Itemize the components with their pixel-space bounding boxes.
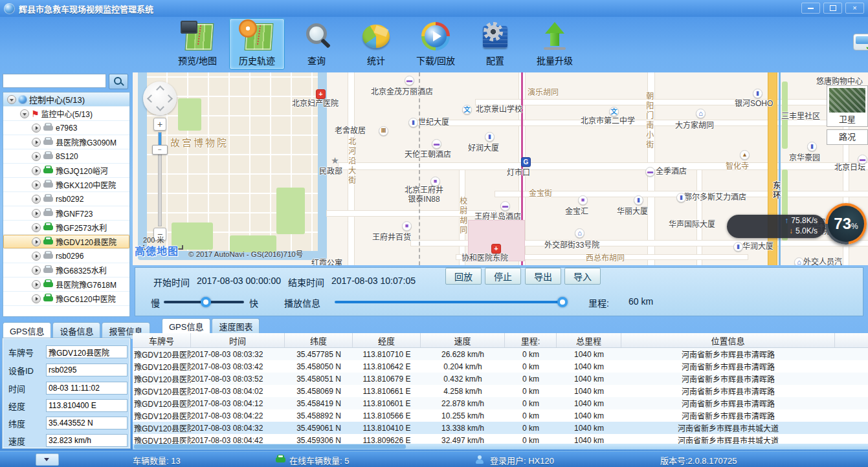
column-header[interactable]: 总里程 (557, 333, 621, 347)
export-button[interactable]: 导出 (525, 268, 561, 285)
tree-vehicle-item[interactable]: rsb0292 (3, 192, 129, 206)
expand-arrow-icon[interactable] (32, 152, 41, 161)
gps-field-label: 时间 (8, 382, 46, 395)
school-icon (609, 107, 619, 116)
stop-button[interactable]: 停止 (485, 268, 521, 285)
satellite-layer-button[interactable]: 卫星 (827, 85, 868, 127)
download-playback (420, 21, 451, 52)
zoom-slider-handle[interactable]: − (152, 145, 168, 155)
horizontal-scrollbar[interactable] (133, 444, 868, 450)
expand-arrow-icon[interactable] (32, 138, 41, 147)
minimize-button[interactable] (801, 3, 820, 14)
expand-arrow-icon[interactable] (32, 124, 41, 133)
tree-vehicle-item[interactable]: 县医院豫G3090M (3, 135, 129, 149)
tree-vehicle-item[interactable]: 豫GC6120中医院 (3, 292, 129, 306)
table-row[interactable]: 豫GDV120县医院 2017-08-03 08:04:42 35.459306… (133, 434, 868, 444)
import-button[interactable]: 导入 (564, 268, 601, 285)
maximize-button[interactable] (823, 3, 842, 14)
expand-arrow-icon[interactable] (32, 195, 41, 204)
tree-vehicle-item[interactable]: 豫GNF723 (3, 206, 129, 221)
tree-vehicle-item[interactable]: e7963 (3, 121, 129, 135)
gps-field-input[interactable] (46, 417, 128, 429)
building-icon (807, 142, 817, 151)
expand-arrow-icon[interactable] (32, 280, 41, 289)
speed-slider-handle[interactable] (201, 297, 211, 307)
table-tab[interactable]: GPS信息 (162, 318, 210, 334)
column-header[interactable]: 里程: (505, 333, 557, 347)
search-input[interactable] (3, 74, 106, 88)
online-count: 在线车辆数量: 5 (289, 454, 349, 466)
table-row[interactable]: 豫GDV120县医院 2017-08-03 08:04:32 35.459061… (133, 422, 868, 434)
table-row[interactable]: 豫GDV120县医院 2017-08-03 08:04:22 35.458892… (133, 409, 868, 422)
progress-slider-handle[interactable] (557, 297, 568, 307)
column-header[interactable]: 速度 (421, 333, 505, 347)
gps-field-input[interactable] (46, 399, 128, 412)
column-header[interactable]: 经度 (353, 333, 421, 347)
tree-node-monitor-center[interactable]: ⚑ 监控中心(5/13) (3, 107, 129, 121)
gps-field-input[interactable] (46, 364, 128, 376)
progress-slider-track[interactable] (335, 301, 564, 303)
table-row[interactable]: 豫GDV120县医院 2017-08-03 08:03:52 35.458051… (133, 373, 868, 385)
map-road (327, 211, 495, 216)
table-row[interactable]: 豫GDV120县医院 2017-08-03 08:04:02 35.458069… (133, 385, 868, 397)
column-header[interactable]: 纬度 (285, 333, 353, 347)
map-canvas[interactable]: 故宫博物院 悠唐购物中心北京金茂万丽酒店演乐胡同北京妇产医院北京景山学校北京市第… (133, 72, 868, 265)
building-icon (408, 118, 418, 127)
search-button[interactable] (109, 74, 128, 89)
tree-vehicle-item[interactable]: 豫GKX120中医院 (3, 178, 129, 192)
table-row[interactable]: 豫GDV120县医院 2017-08-03 08:03:32 35.457785… (133, 348, 868, 360)
net-speed-overlay[interactable]: ↑ 75.8K/s ↓ 5.0K/s (727, 215, 825, 238)
tree-vehicle-item[interactable]: 县医院豫G7618M (3, 277, 129, 292)
gps-field-input[interactable] (46, 382, 128, 395)
tree-vehicle-item[interactable]: 豫GF2573水利 (3, 221, 129, 235)
zoom-in-button[interactable]: + (153, 118, 166, 131)
expand-arrow-icon[interactable] (32, 252, 41, 261)
close-button[interactable]: × (845, 3, 864, 14)
collapse-arrow-icon[interactable] (20, 109, 29, 118)
tree-vehicle-item[interactable]: 豫G68325水利 (3, 263, 129, 277)
toolbar-button-statistics[interactable]: 统计 (348, 18, 404, 70)
toolbar-button-preview-map[interactable]: 预览/地图 (170, 18, 225, 70)
expand-arrow-icon[interactable] (32, 180, 41, 190)
tree-vehicle-item[interactable]: 豫GDV120县医院 (3, 235, 129, 249)
column-header[interactable]: 时间 (191, 333, 285, 347)
map-pan-control[interactable] (143, 81, 177, 115)
playback-button[interactable]: 回放 (445, 268, 482, 285)
expand-arrow-icon[interactable] (32, 266, 41, 275)
column-header[interactable]: 位置信息 (621, 333, 835, 347)
config (480, 21, 511, 52)
tree-node-control-center[interactable]: 控制中心(5/13) (3, 92, 129, 107)
house-icon (575, 228, 584, 238)
expand-arrow-icon[interactable] (32, 209, 41, 218)
hotel-icon (405, 76, 414, 85)
toolbar-button-history-track[interactable]: 历史轨迹 (229, 18, 285, 70)
desktop-safety-overlay-icon[interactable] (853, 34, 868, 50)
toolbar-button-config[interactable]: 配置 (467, 18, 523, 70)
table-row[interactable]: 豫GDV120县医院 2017-08-03 08:04:12 35.458419… (133, 397, 868, 409)
gps-field-input[interactable] (46, 434, 128, 447)
table-row[interactable]: 豫GDV120县医院 2017-08-03 08:03:42 35.458050… (133, 360, 868, 373)
info-tab[interactable]: 设备信息 (52, 322, 100, 339)
toolbar-button-batch-upgrade[interactable]: 批量升级 (527, 18, 583, 70)
tree-vehicle-item[interactable]: 8S120 (3, 149, 129, 164)
map-label: 西总布胡同 (586, 254, 625, 263)
scrollbar-thumb[interactable] (134, 444, 406, 449)
gps-field-input[interactable] (46, 345, 128, 358)
info-tab[interactable]: GPS信息 (3, 322, 51, 339)
collapse-arrow-icon[interactable] (7, 95, 16, 104)
tree-vehicle-item[interactable]: rsb0296 (3, 249, 129, 263)
status-dropdown-button[interactable] (36, 453, 59, 466)
toolbar-button-query[interactable]: 查询 (289, 18, 344, 70)
map-label: 华声国际大厦 (669, 221, 715, 230)
column-header[interactable]: 车牌号 (133, 333, 191, 347)
toolbar-button-download-playback[interactable]: 下载/回放 (408, 18, 463, 70)
table-tab[interactable]: 速度图表 (212, 318, 260, 334)
column-header[interactable] (835, 333, 868, 347)
memory-percent-overlay[interactable]: 73 % (825, 203, 867, 244)
tree-vehicle-item[interactable]: 豫GJQ120峪河 (3, 164, 129, 178)
traffic-layer-button[interactable]: 路况 (827, 129, 868, 145)
expand-arrow-icon[interactable] (32, 166, 41, 175)
expand-arrow-icon[interactable] (32, 237, 41, 246)
expand-arrow-icon[interactable] (32, 294, 41, 303)
expand-arrow-icon[interactable] (32, 223, 41, 232)
